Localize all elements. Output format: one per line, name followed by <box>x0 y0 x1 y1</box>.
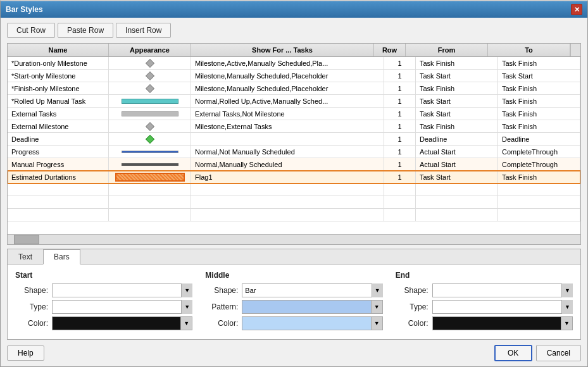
cell-row: 1 <box>384 146 416 158</box>
middle-color-dropdown-arrow[interactable]: ▼ <box>371 317 382 330</box>
cell-show-for: Milestone,Active,Manually Scheduled,Pla.… <box>191 57 384 69</box>
end-type-row: Type: ▼ <box>396 300 573 314</box>
cell-appearance <box>109 158 191 170</box>
end-color-dropdown-arrow[interactable]: ▼ <box>561 317 572 330</box>
cell-show-for <box>191 133 384 145</box>
scroll-thumb[interactable] <box>14 235 39 244</box>
table-row[interactable]: Estimated Durtations Flag1 1 Task Start … <box>8 171 580 184</box>
table-row[interactable] <box>8 209 580 221</box>
title-bar: Bar Styles ✕ <box>1 1 587 18</box>
cell-appearance <box>109 95 191 107</box>
horizontal-scrollbar[interactable] <box>8 234 580 244</box>
table-row[interactable]: *Start-only Milestone Milestone,Manually… <box>8 70 580 82</box>
table-row[interactable] <box>8 196 580 209</box>
end-color-box[interactable]: ▼ <box>432 316 573 330</box>
start-color-box[interactable]: ▼ <box>52 316 192 330</box>
tab-text[interactable]: Text <box>8 249 43 264</box>
cell-row: 1 <box>384 133 416 145</box>
col-from: From <box>406 44 488 56</box>
table-row[interactable]: Deadline 1 Deadline Deadline <box>8 133 580 146</box>
scrollbar-spacer <box>570 44 580 56</box>
cell-row: 1 <box>384 108 416 120</box>
start-shape-label: Shape: <box>15 286 48 295</box>
footer: Help OK Cancel <box>1 340 587 366</box>
cell-from: Task Finish <box>416 82 498 94</box>
table-row[interactable]: External Milestone Milestone,External Ta… <box>8 120 580 133</box>
cell-appearance <box>109 57 191 69</box>
cell-row: 1 <box>384 82 416 94</box>
cell-to: Task Finish <box>498 57 580 69</box>
end-type-select[interactable] <box>432 300 573 314</box>
end-color-label: Color: <box>396 319 428 328</box>
cell-name: External Milestone <box>8 120 109 132</box>
dialog-title: Bar Styles <box>6 5 43 14</box>
properties-grid: Start Shape: ▼ Type: ▼ <box>15 271 573 333</box>
cell-appearance <box>109 146 191 158</box>
cell-show-for: Milestone,External Tasks <box>191 120 384 132</box>
start-group-title: Start <box>15 271 192 280</box>
start-color-dropdown-arrow[interactable]: ▼ <box>180 317 192 330</box>
table-row[interactable]: Progress Normal,Not Manually Scheduled 1… <box>8 146 580 158</box>
close-button[interactable]: ✕ <box>571 4 582 15</box>
bar-styles-dialog: Bar Styles ✕ Cut Row Paste Row Insert Ro… <box>0 0 588 367</box>
middle-shape-select[interactable]: Bar <box>242 283 382 297</box>
start-type-select-wrapper: ▼ <box>52 300 192 314</box>
start-type-row: Type: ▼ <box>15 300 192 314</box>
table-row[interactable]: External Tasks External Tasks,Not Milest… <box>8 108 580 120</box>
cell-name: *Duration-only Milestone <box>8 57 109 69</box>
diamond-icon <box>145 71 154 80</box>
table-row[interactable]: *Finish-only Milestone Milestone,Manuall… <box>8 82 580 95</box>
cell-to: Deadline <box>498 133 580 145</box>
cell-to: Task Start <box>498 70 580 82</box>
help-button[interactable]: Help <box>7 345 44 361</box>
bar-appearance-icon <box>122 99 178 104</box>
table-row[interactable]: Manual Progress Normal,Manually Schedule… <box>8 158 580 171</box>
ok-button[interactable]: OK <box>494 345 532 361</box>
cell-appearance <box>109 108 191 120</box>
diamond-icon <box>145 58 154 67</box>
start-type-select[interactable] <box>52 300 192 314</box>
paste-row-button[interactable]: Paste Row <box>58 23 113 38</box>
insert-row-button[interactable]: Insert Row <box>116 23 171 38</box>
cell-row: 1 <box>384 57 416 69</box>
cell-appearance <box>109 82 191 94</box>
cell-from: Deadline <box>416 133 498 145</box>
table-row[interactable]: *Rolled Up Manual Task Normal,Rolled Up,… <box>8 95 580 108</box>
tab-bars[interactable]: Bars <box>43 249 80 264</box>
cell-row: 1 <box>384 120 416 132</box>
end-group: End Shape: ▼ Type: ▼ <box>396 271 573 333</box>
cell-appearance <box>109 171 191 183</box>
middle-color-box[interactable]: ▼ <box>242 316 382 330</box>
table-row[interactable] <box>8 184 580 196</box>
cell-from: Task Start <box>416 108 498 120</box>
start-shape-select[interactable] <box>52 283 192 297</box>
middle-pattern-box[interactable]: ▼ <box>242 300 382 314</box>
cell-from: Actual Start <box>416 158 498 170</box>
cell-show-for: Milestone,Manually Scheduled,Placeholder <box>191 82 384 94</box>
cell-from: Actual Start <box>416 146 498 158</box>
table-scroll-area[interactable]: *Duration-only Milestone Milestone,Activ… <box>8 57 580 234</box>
cell-show-for: Normal,Not Manually Scheduled <box>191 146 384 158</box>
cell-name: Estimated Durtations <box>8 171 109 183</box>
footer-right: OK Cancel <box>494 345 581 361</box>
end-shape-select[interactable] <box>432 283 573 297</box>
diamond-green-icon <box>145 134 154 143</box>
scroll-track[interactable] <box>8 235 580 244</box>
end-shape-label: Shape: <box>396 286 428 295</box>
table-row[interactable]: *Duration-only Milestone Milestone,Activ… <box>8 57 580 70</box>
start-shape-select-wrapper: ▼ <box>52 283 192 297</box>
col-row: Row <box>374 44 406 56</box>
middle-pattern-dropdown-arrow[interactable]: ▼ <box>371 301 382 313</box>
cancel-button[interactable]: Cancel <box>536 345 581 361</box>
cell-from: Task Start <box>416 70 498 82</box>
cell-show-for: Milestone,Manually Scheduled,Placeholder <box>191 70 384 82</box>
cell-from: Task Start <box>416 95 498 107</box>
col-show-for: Show For ... Tasks <box>191 44 374 56</box>
cut-row-button[interactable]: Cut Row <box>7 23 55 38</box>
cell-from: Task Finish <box>416 57 498 69</box>
middle-color-row: Color: ▼ <box>205 316 382 330</box>
bottom-section: Text Bars Start Shape: ▼ Type: <box>7 249 581 340</box>
diamond-icon <box>145 84 154 92</box>
cell-to: Task Finish <box>498 82 580 94</box>
start-group: Start Shape: ▼ Type: ▼ <box>15 271 192 333</box>
